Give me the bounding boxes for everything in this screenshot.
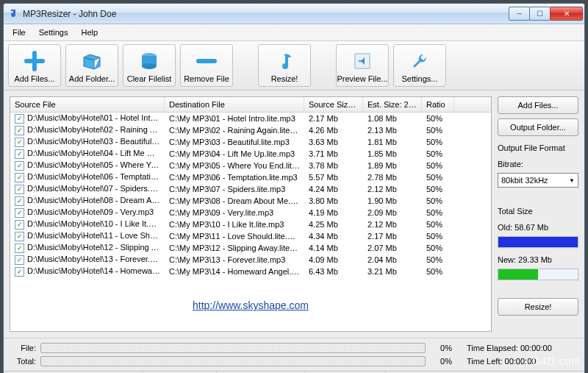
clear-filelist-button[interactable]: Clear Filelist [123, 44, 176, 87]
checkbox[interactable]: ✓ [15, 126, 24, 135]
app-window: MP3Resizer - John Doe ─ ☐ ✕ File Setting… [3, 3, 585, 373]
add-folder-button[interactable]: Add Folder... [65, 44, 118, 87]
old-size-label: Old: 58.67 Mb [498, 223, 578, 232]
checkbox[interactable]: ✓ [15, 138, 24, 147]
file-progress-pct: 0% [430, 344, 452, 352]
folder-icon [81, 50, 103, 72]
toolbar: Add Files... Add Folder... Clear Filelis… [4, 41, 584, 90]
checkbox[interactable]: ✓ [15, 255, 24, 265]
table-row[interactable]: ✓D:\Music\Moby\Hotel\05 - Where You End.… [10, 160, 491, 171]
wrench-icon [409, 50, 431, 72]
checkbox[interactable]: ✓ [15, 173, 24, 182]
resize-label: Resize! [271, 74, 298, 83]
file-progress-label: File: [11, 344, 36, 352]
menu-settings[interactable]: Settings [33, 26, 74, 39]
svg-point-2 [142, 63, 157, 69]
titlebar[interactable]: MP3Resizer - John Doe ─ ☐ ✕ [4, 4, 584, 24]
minimize-button[interactable]: ─ [509, 7, 530, 21]
column-est-size[interactable]: Est. Size: 29... [363, 97, 422, 112]
table-row[interactable]: ✓D:\Music\Moby\Hotel\06 - Temptation.mp3… [10, 171, 491, 183]
checkbox[interactable]: ✓ [15, 267, 24, 277]
maximize-button[interactable]: ☐ [529, 7, 551, 21]
checkbox[interactable]: ✓ [15, 220, 24, 230]
output-format-label: Output File Format [498, 143, 578, 152]
table-row[interactable]: ✓D:\Music\Moby\Hotel\02 - Raining Again.… [10, 124, 491, 136]
menu-file[interactable]: File [7, 26, 32, 39]
checkbox[interactable]: ✓ [15, 149, 24, 159]
close-button[interactable]: ✕ [550, 7, 583, 21]
bitrate-combobox[interactable]: 80kbit 32kHz ▼ [498, 173, 578, 188]
chevron-down-icon: ▼ [569, 177, 575, 184]
checkbox[interactable]: ✓ [15, 185, 24, 194]
side-add-files-button[interactable]: Add Files... [498, 96, 578, 114]
total-progress-label: Total: [11, 357, 36, 366]
total-progress-bar [40, 356, 426, 366]
settings-label: Settings... [402, 74, 438, 83]
add-files-label: Add Files... [14, 74, 54, 83]
side-resize-button[interactable]: Resize! [498, 298, 578, 316]
settings-button[interactable]: Settings... [393, 44, 446, 87]
checkbox[interactable]: ✓ [15, 244, 24, 253]
column-source-size[interactable]: Source Size: 58... [304, 97, 363, 112]
column-source-file[interactable]: Source File [10, 97, 165, 112]
resize-button[interactable]: Resize! [258, 44, 311, 87]
table-row[interactable]: ✓D:\Music\Moby\Hotel\08 - Dream About Me… [10, 195, 491, 207]
file-list[interactable]: Source File Destination File Source Size… [10, 96, 492, 332]
preview-label: Preview File... [337, 74, 387, 83]
table-row[interactable]: ✓D:\Music\Moby\Hotel\13 - Forever.mp3C:\… [10, 254, 491, 266]
table-row[interactable]: ✓D:\Music\Moby\Hotel\07 - Spiders.mp3C:\… [10, 183, 491, 195]
table-row[interactable]: ✓D:\Music\Moby\Hotel\04 - Lift Me Up.mp3… [10, 148, 491, 160]
total-size-label: Total Size [498, 207, 578, 216]
table-row[interactable]: ✓D:\Music\Moby\Hotel\09 - Very.mp3C:\My … [10, 207, 491, 219]
clear-label: Clear Filelist [127, 74, 172, 83]
output-folder-button[interactable]: Output Folder... [498, 118, 578, 136]
preview-file-button[interactable]: Preview File... [336, 44, 389, 87]
table-row[interactable]: ✓D:\Music\Moby\Hotel\12 - Slipping Away.… [10, 242, 491, 254]
table-row[interactable]: ✓D:\Music\Moby\Hotel\11 - Love Should.mp… [10, 230, 491, 242]
side-panel: Add Files... Output Folder... Output Fil… [498, 96, 578, 332]
note-icon [273, 50, 295, 72]
plus-icon [24, 50, 46, 72]
menubar: File Settings Help [4, 24, 584, 41]
cylinder-icon [138, 50, 160, 72]
checkbox[interactable]: ✓ [15, 161, 24, 171]
bitrate-label: Bitrate: [498, 160, 578, 168]
window-title: MP3Resizer - John Doe [23, 9, 116, 19]
bitrate-value: 80kbit 32kHz [501, 176, 548, 185]
list-header: Source File Destination File Source Size… [10, 97, 491, 113]
time-elapsed: Time Elapsed: 00:00:00 [467, 344, 577, 352]
file-progress-bar [40, 343, 426, 353]
watermark: LO4D.com [526, 355, 581, 367]
checkbox[interactable]: ✓ [15, 114, 24, 124]
column-ratio[interactable]: Ratio [422, 97, 454, 112]
add-files-button[interactable]: Add Files... [8, 44, 61, 87]
remove-file-button[interactable]: Remove File [180, 44, 233, 87]
checkbox[interactable]: ✓ [15, 196, 24, 206]
table-row[interactable]: ✓D:\Music\Moby\Hotel\03 - Beautiful.mp3C… [10, 136, 491, 148]
menu-help[interactable]: Help [75, 26, 104, 39]
table-row[interactable]: ✓D:\Music\Moby\Hotel\14 - Homeward Angel… [10, 266, 491, 277]
footer: File: 0% Time Elapsed: 00:00:00 Total: 0… [4, 338, 584, 371]
website-link[interactable]: http://www.skyshape.com [10, 277, 491, 314]
remove-label: Remove File [184, 74, 229, 83]
add-folder-label: Add Folder... [69, 74, 115, 83]
app-icon [8, 8, 20, 20]
old-size-bar [498, 236, 578, 248]
checkbox[interactable]: ✓ [15, 232, 24, 241]
minus-icon [196, 50, 218, 72]
new-size-label: New: 29.33 Mb [498, 255, 578, 264]
total-progress-pct: 0% [430, 357, 452, 366]
new-size-bar [498, 269, 578, 280]
checkbox[interactable]: ✓ [15, 208, 24, 218]
table-row[interactable]: ✓D:\Music\Moby\Hotel\01 - Hotel Intro.mp… [10, 113, 491, 124]
table-row[interactable]: ✓D:\Music\Moby\Hotel\10 - I Like It.mp3C… [10, 219, 491, 230]
speaker-icon [351, 50, 373, 72]
column-destination-file[interactable]: Destination File [165, 97, 304, 112]
